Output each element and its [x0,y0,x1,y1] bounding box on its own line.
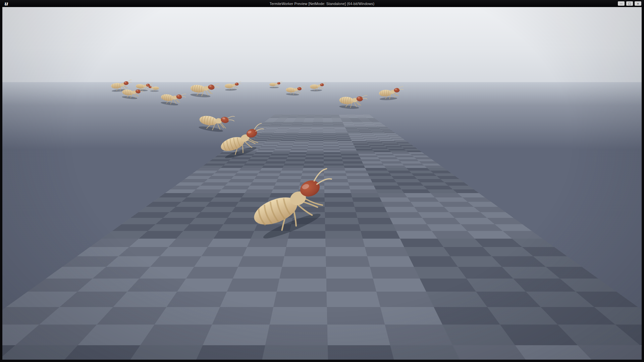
termite [238,162,346,247]
termite [223,80,242,91]
unreal-logo-icon: u [4,0,8,7]
minimize-button[interactable]: — [618,1,625,6]
termite [284,84,305,97]
window-controls: — □ × [618,1,641,6]
termite [158,89,186,108]
close-button[interactable]: × [635,1,641,6]
termite [120,85,145,101]
termite [377,84,404,101]
termite [308,81,327,92]
title-bar[interactable]: u TermiteWorker Preview [NetMode: Standa… [0,0,644,7]
termite [268,80,282,88]
termite [336,91,368,111]
window-title: TermiteWorker Preview [NetMode: Standalo… [0,2,644,6]
game-viewport[interactable] [2,7,642,360]
termite-layer [2,7,642,360]
termite [147,84,160,92]
termite [187,79,220,99]
maximize-button[interactable]: □ [626,1,633,6]
unreal-preview-window: u TermiteWorker Preview [NetMode: Standa… [0,0,644,362]
